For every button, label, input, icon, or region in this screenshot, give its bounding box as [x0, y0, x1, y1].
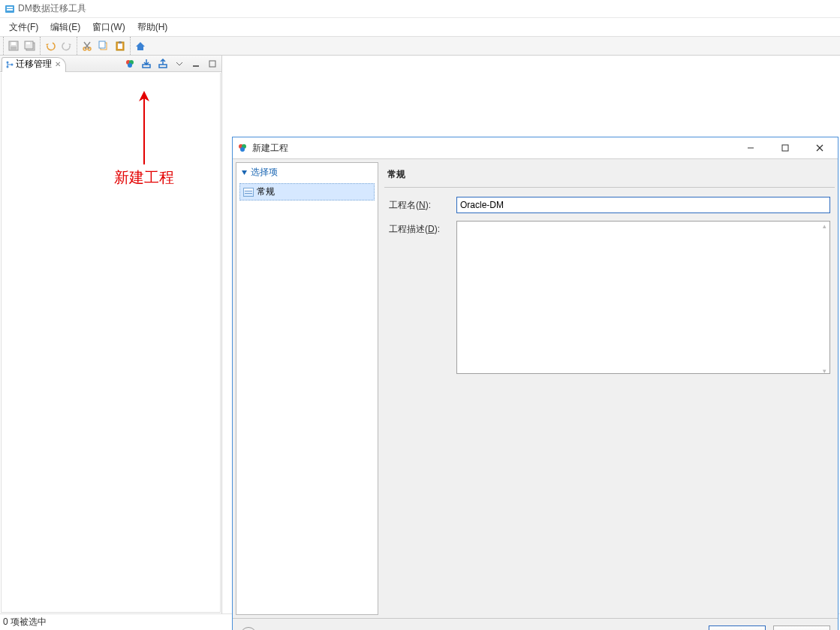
close-icon[interactable]: ✕	[55, 60, 61, 68]
new-project-button[interactable]	[124, 58, 136, 70]
project-name-label: 工程名(N):	[389, 197, 449, 213]
panel-tab-migration[interactable]: 迁移管理 ✕	[2, 57, 66, 72]
svg-rect-2	[7, 9, 13, 11]
copy-button[interactable]	[95, 38, 112, 54]
undo-button[interactable]	[42, 38, 59, 54]
cut-button[interactable]	[79, 38, 95, 54]
menu-file[interactable]: 文件(F)	[3, 20, 44, 35]
left-panel: 迁移管理 ✕ 新建工程	[0, 56, 222, 613]
svg-rect-4	[11, 47, 17, 50]
panel-tab-label: 迁移管理	[16, 58, 52, 71]
tree-icon	[5, 60, 14, 69]
status-text: 0 项被选中	[3, 616, 47, 628]
save-button[interactable]	[5, 38, 22, 54]
svg-rect-1	[7, 7, 13, 8]
home-button[interactable]	[132, 38, 149, 54]
dialog-app-icon	[237, 143, 248, 153]
panel-tab-row: 迁移管理 ✕	[0, 56, 221, 72]
svg-rect-14	[99, 41, 105, 48]
panel-body: 新建工程	[1, 73, 221, 613]
svg-rect-5	[11, 42, 16, 45]
app-title: DM数据迁移工具	[18, 2, 86, 15]
dialog-maximize-button[interactable]	[775, 140, 796, 155]
dialog-close-button[interactable]	[809, 140, 830, 155]
svg-rect-8	[26, 42, 30, 44]
export-button[interactable]	[157, 58, 169, 70]
menu-help[interactable]: 帮助(H)	[131, 20, 174, 35]
svg-rect-28	[193, 65, 199, 67]
svg-point-25	[128, 63, 132, 68]
project-name-input[interactable]	[456, 197, 830, 213]
arrow-icon	[135, 91, 153, 166]
dialog-title: 新建工程	[252, 142, 740, 155]
main-area: 迁移管理 ✕ 新建工程	[0, 56, 840, 613]
app-icon	[5, 4, 15, 14]
dialog-nav-item-general[interactable]: 常规	[239, 183, 375, 200]
dialog-nav-header[interactable]: 选择项	[236, 163, 378, 182]
toolbar	[0, 36, 840, 56]
svg-rect-17	[119, 41, 122, 44]
svg-rect-29	[209, 61, 215, 67]
help-button[interactable]: ?	[240, 627, 257, 631]
project-desc-input[interactable]	[456, 221, 830, 374]
view-menu-button[interactable]	[173, 58, 185, 70]
collapse-icon	[241, 169, 248, 176]
minimize-panel-button[interactable]	[190, 58, 202, 70]
dialog-form: 工程名(N): 工程描述(D): ▴▾	[384, 187, 835, 381]
dialog-nav: 选择项 常规	[236, 162, 378, 615]
dialog-content: 常规 工程名(N): 工程描述(D): ▴▾	[378, 159, 838, 618]
redo-button[interactable]	[59, 38, 75, 54]
dialog-section-title: 常规	[384, 162, 835, 187]
annotation-text: 新建工程	[114, 167, 174, 188]
dialog-body: 选择项 常规 常规 工程名(N): 工程描述(D): ▴▾	[233, 158, 838, 618]
svg-rect-35	[782, 145, 788, 151]
project-desc-label: 工程描述(D):	[389, 221, 449, 376]
svg-rect-16	[118, 44, 122, 49]
cancel-button[interactable]: 取消	[773, 625, 830, 631]
form-icon	[243, 188, 254, 197]
dialog-title-bar[interactable]: 新建工程	[233, 137, 838, 158]
menu-window[interactable]: 窗口(W)	[86, 20, 131, 35]
import-button[interactable]	[140, 58, 152, 70]
maximize-panel-button[interactable]	[206, 58, 218, 70]
dialog-minimize-button[interactable]	[740, 140, 761, 155]
paste-button[interactable]	[112, 38, 128, 54]
ok-button[interactable]: 确定	[709, 625, 766, 631]
title-bar: DM数据迁移工具	[0, 0, 840, 18]
save-all-button[interactable]	[22, 38, 38, 54]
svg-point-33	[240, 147, 245, 152]
new-project-dialog: 新建工程 选择项 常规 常规 工程名(N):	[232, 137, 838, 630]
svg-rect-27	[159, 65, 167, 68]
svg-point-22	[11, 63, 14, 65]
annotation: 新建工程	[114, 91, 174, 188]
menu-edit[interactable]: 编辑(E)	[44, 20, 86, 35]
menu-bar: 文件(F) 编辑(E) 窗口(W) 帮助(H)	[0, 18, 840, 36]
dialog-footer: ? 确定 取消	[233, 618, 838, 630]
